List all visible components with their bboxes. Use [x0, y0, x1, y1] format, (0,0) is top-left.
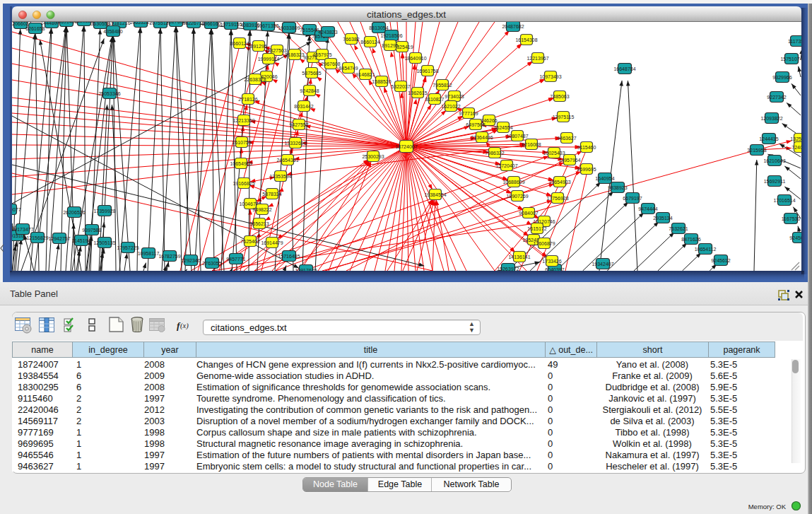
- svg-text:1325419: 1325419: [790, 136, 801, 141]
- svg-text:5875685: 5875685: [302, 71, 321, 76]
- svg-text:3656213: 3656213: [249, 221, 269, 226]
- svg-text:6261658: 6261658: [25, 26, 45, 31]
- svg-text:10973493: 10973493: [539, 74, 561, 79]
- svg-text:16033809: 16033809: [278, 25, 300, 30]
- svg-text:10719155: 10719155: [220, 22, 242, 27]
- svg-text:9427552: 9427552: [289, 122, 308, 127]
- svg-text:12942757: 12942757: [48, 236, 70, 241]
- svg-text:19690077: 19690077: [12, 207, 21, 212]
- svg-text:7632621: 7632621: [669, 226, 688, 231]
- svg-text:9245012: 9245012: [789, 235, 801, 240]
- svg-text:1610753: 1610753: [232, 140, 251, 145]
- svg-text:4243823: 4243823: [318, 30, 337, 35]
- svg-text:15751074: 15751074: [780, 57, 801, 62]
- svg-text:2967608: 2967608: [321, 62, 340, 66]
- svg-text:15720407: 15720407: [495, 163, 517, 168]
- svg-text:6679197: 6679197: [623, 196, 642, 201]
- svg-text:13353594: 13353594: [269, 174, 291, 179]
- svg-text:13975115: 13975115: [553, 115, 575, 119]
- svg-text:19342407: 19342407: [592, 262, 613, 267]
- svg-text:19654923: 19654923: [548, 180, 570, 185]
- svg-text:16648784: 16648784: [613, 66, 635, 71]
- svg-text:6497568: 6497568: [466, 122, 485, 127]
- svg-text:19999114: 19999114: [258, 57, 280, 62]
- svg-text:6216088: 6216088: [522, 142, 541, 147]
- svg-text:18724007: 18724007: [395, 144, 417, 149]
- svg-text:1621022: 1621022: [441, 104, 460, 109]
- svg-text:25300293: 25300293: [362, 154, 384, 159]
- svg-text:9245612: 9245612: [711, 258, 730, 263]
- svg-text:16961758: 16961758: [416, 69, 438, 74]
- svg-text:19218506: 19218506: [380, 33, 402, 38]
- svg-text:17756928: 17756928: [546, 196, 568, 201]
- svg-text:7485063: 7485063: [550, 94, 569, 99]
- svg-text:20487682: 20487682: [502, 24, 524, 29]
- svg-text:1244415: 1244415: [759, 136, 778, 141]
- svg-text:24654361: 24654361: [276, 158, 298, 163]
- svg-text:14957964: 14957964: [558, 158, 580, 163]
- svg-text:10958117: 10958117: [138, 251, 160, 256]
- svg-text:9474444: 9474444: [638, 206, 657, 211]
- svg-text:8813054: 8813054: [369, 25, 388, 30]
- svg-text:8454749: 8454749: [339, 66, 358, 71]
- svg-text:12156829: 12156829: [26, 235, 48, 240]
- svg-text:citations_edges.txt: citations_edges.txt: [367, 9, 446, 20]
- svg-text:9397588: 9397588: [82, 228, 101, 233]
- svg-text:14136141: 14136141: [508, 255, 530, 259]
- svg-text:10654112: 10654112: [695, 247, 717, 252]
- svg-text:5878334: 5878334: [262, 192, 281, 197]
- svg-text:12093822: 12093822: [760, 116, 782, 121]
- svg-text:10654963: 10654963: [230, 161, 252, 166]
- svg-text:19384554: 19384554: [424, 192, 446, 197]
- svg-text:9838923: 9838923: [608, 185, 627, 190]
- svg-text:10025433: 10025433: [543, 151, 565, 156]
- svg-text:9329966: 9329966: [772, 75, 792, 80]
- svg-text:9463627: 9463627: [557, 136, 576, 141]
- svg-text:8471626: 8471626: [681, 237, 700, 242]
- svg-text:1615172: 1615172: [527, 226, 546, 231]
- svg-text:21364436: 21364436: [471, 135, 493, 140]
- svg-text:9084007: 9084007: [519, 211, 538, 216]
- svg-text:3624554: 3624554: [493, 125, 512, 130]
- svg-text:22638378: 22638378: [244, 77, 266, 82]
- svg-text:891295: 891295: [382, 43, 398, 48]
- svg-text:9734028: 9734028: [445, 94, 464, 99]
- svg-text:2935134: 2935134: [653, 216, 672, 221]
- svg-text:3215958: 3215958: [747, 148, 766, 153]
- svg-text:5322037: 5322037: [391, 84, 410, 89]
- svg-text:17016514: 17016514: [773, 198, 795, 203]
- svg-text:16154308: 16154308: [515, 37, 537, 42]
- svg-text:12213369: 12213369: [233, 118, 254, 123]
- svg-text:4358480: 4358480: [103, 29, 122, 34]
- svg-text:12505135: 12505135: [93, 240, 115, 245]
- svg-text:25053346: 25053346: [98, 91, 120, 96]
- svg-text:7625402: 7625402: [240, 239, 259, 244]
- svg-text:1640954: 1640954: [595, 176, 614, 181]
- svg-text:2763055: 2763055: [202, 261, 221, 266]
- svg-text:2718126: 2718126: [238, 97, 257, 102]
- svg-text:4657975: 4657975: [312, 52, 331, 57]
- svg-text:766382: 766382: [343, 37, 359, 42]
- svg-text:17957225: 17957225: [117, 245, 139, 250]
- svg-text:12213967: 12213967: [526, 56, 548, 61]
- svg-text:17606879: 17606879: [533, 241, 555, 246]
- svg-text:9457771: 9457771: [226, 257, 245, 262]
- svg-text:10671355: 10671355: [257, 23, 278, 28]
- svg-text:9777169: 9777169: [459, 111, 478, 116]
- svg-text:8660124: 8660124: [360, 40, 379, 45]
- svg-text:1167530: 1167530: [782, 216, 801, 221]
- svg-text:20173477: 20173477: [12, 227, 34, 232]
- svg-text:10807487: 10807487: [506, 134, 528, 139]
- svg-text:891295: 891295: [250, 44, 266, 49]
- svg-text:15716485: 15716485: [278, 254, 300, 259]
- svg-text:7955812: 7955812: [433, 83, 452, 88]
- svg-text:8660124: 8660124: [230, 41, 249, 46]
- svg-text:9115460: 9115460: [577, 145, 596, 150]
- svg-text:9498222: 9498222: [252, 207, 271, 212]
- svg-text:1117354: 1117354: [788, 39, 801, 44]
- svg-text:9827503: 9827503: [267, 48, 286, 53]
- svg-text:8186323: 8186323: [285, 52, 304, 57]
- svg-text:1362615: 1362615: [408, 90, 427, 95]
- svg-text:9242848: 9242848: [300, 88, 319, 93]
- svg-text:16210643: 16210643: [763, 158, 785, 163]
